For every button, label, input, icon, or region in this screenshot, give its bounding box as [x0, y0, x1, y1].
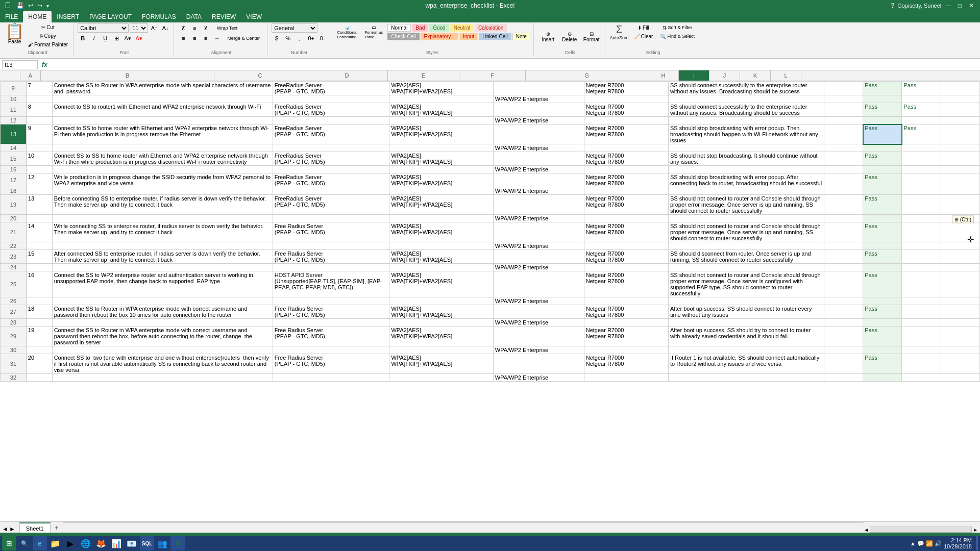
- cell-H[interactable]: [824, 250, 863, 264]
- cell-E[interactable]: WPA/WP2 Enterprise: [493, 319, 584, 327]
- taskbar-ie[interactable]: e: [33, 536, 47, 550]
- cell-A[interactable]: [26, 95, 52, 103]
- style-explanatory[interactable]: Explanatory...: [421, 33, 458, 40]
- cell-B[interactable]: [52, 319, 273, 327]
- cell-K[interactable]: [941, 374, 979, 382]
- cell-E[interactable]: WPA/WP2 Enterprise: [493, 117, 584, 124]
- font-name-select[interactable]: Calibri: [78, 23, 129, 33]
- cell-K[interactable]: [941, 117, 979, 124]
- cell-I[interactable]: Pass: [863, 82, 902, 95]
- cell-D[interactable]: WPA2[AES] WPA[TKIP]+WPA2[AES]: [389, 354, 493, 374]
- cell-C[interactable]: [273, 346, 389, 354]
- col-header-k[interactable]: K: [740, 70, 771, 81]
- cell-I[interactable]: Pass: [863, 250, 902, 264]
- cell-A[interactable]: [26, 319, 52, 327]
- cell-D[interactable]: WPA2[AES] WPA[TKIP]+WPA2[AES]: [389, 152, 493, 166]
- cell-F[interactable]: [584, 346, 668, 354]
- cell-B[interactable]: Connect the SS to Router in WPA enterpri…: [52, 305, 273, 319]
- cell-I[interactable]: Pass: [863, 152, 902, 166]
- cell-C[interactable]: [273, 117, 389, 124]
- paste-button[interactable]: 📋 Paste: [5, 23, 24, 44]
- horizontal-scroll-left[interactable]: ◄: [864, 527, 869, 533]
- cell-I[interactable]: [863, 319, 902, 327]
- sheet-table[interactable]: 97Connect the SS to Router in WPA enterp…: [0, 81, 980, 521]
- cell-G[interactable]: SS should stop broadcasting with error p…: [668, 124, 824, 144]
- cell-D[interactable]: WPA2[AES] WPA[TKIP]+WPA2[AES]: [389, 271, 493, 297]
- cell-G[interactable]: SS should not connect to router and Cons…: [668, 195, 824, 215]
- cell-I[interactable]: Pass: [863, 305, 902, 319]
- cell-C[interactable]: [273, 319, 389, 327]
- scroll-tabs-left[interactable]: ◄: [2, 525, 8, 533]
- cell-D[interactable]: [389, 264, 493, 271]
- decrease-font-btn[interactable]: A↓: [160, 23, 170, 33]
- tab-file[interactable]: FILE: [0, 11, 23, 22]
- cell-I[interactable]: [863, 117, 902, 124]
- cell-H[interactable]: [824, 264, 863, 271]
- cell-K[interactable]: [941, 152, 979, 166]
- style-good[interactable]: Good: [429, 24, 449, 32]
- cell-K[interactable]: [941, 124, 979, 144]
- cell-G[interactable]: SS should connect successfully to the en…: [668, 82, 824, 95]
- cell-F[interactable]: Netgear R7000 Netgear R7800: [584, 124, 668, 144]
- cell-H[interactable]: [824, 144, 863, 152]
- cell-D[interactable]: [389, 242, 493, 250]
- cell-B[interactable]: Connect to SS to router1 with Ethernet a…: [52, 103, 273, 117]
- delete-btn[interactable]: ⊖ Delete: [559, 23, 580, 50]
- cell-H[interactable]: [824, 374, 863, 382]
- cell-A[interactable]: [26, 346, 52, 354]
- cell-J[interactable]: [902, 152, 941, 166]
- cell-G[interactable]: [668, 166, 824, 173]
- cell-F[interactable]: Netgear R7000 Netgear R7800: [584, 195, 668, 215]
- taskbar-chrome[interactable]: 🌐: [79, 536, 93, 550]
- cell-C[interactable]: FreeRadius Server (PEAP - GTC, MD5): [273, 103, 389, 117]
- tab-review[interactable]: REVIEW: [207, 11, 241, 22]
- cell-A[interactable]: [26, 374, 52, 382]
- cell-G[interactable]: SS should disconnect from router. Once s…: [668, 250, 824, 264]
- col-header-i[interactable]: I: [679, 70, 709, 81]
- cell-F[interactable]: [584, 215, 668, 222]
- cell-B[interactable]: [52, 264, 273, 271]
- cell-B[interactable]: [52, 166, 273, 173]
- wrap-text-btn[interactable]: Wrap Text: [212, 23, 242, 33]
- cell-A[interactable]: [26, 215, 52, 222]
- cell-H[interactable]: [824, 354, 863, 374]
- cell-F[interactable]: [584, 117, 668, 124]
- cell-G[interactable]: [668, 242, 824, 250]
- cell-H[interactable]: [824, 166, 863, 173]
- col-header-j[interactable]: J: [709, 70, 740, 81]
- cell-J[interactable]: [902, 374, 941, 382]
- cell-F[interactable]: Netgear R7000 Netgear R7800: [584, 305, 668, 319]
- cell-D[interactable]: [389, 166, 493, 173]
- cell-H[interactable]: [824, 297, 863, 305]
- quick-save[interactable]: 💾: [16, 2, 24, 9]
- taskbar-firefox[interactable]: 🦊: [94, 536, 108, 550]
- show-desktop-btn[interactable]: [976, 536, 978, 550]
- fill-color-btn[interactable]: A▾: [122, 34, 133, 43]
- cell-F[interactable]: Netgear R7000 Netgear R7800: [584, 271, 668, 297]
- cell-K[interactable]: [941, 327, 979, 346]
- cell-J[interactable]: [902, 319, 941, 327]
- cell-E[interactable]: WPA/WP2 Enterprise: [493, 374, 584, 382]
- cell-J[interactable]: [902, 117, 941, 124]
- cell-A[interactable]: 14: [26, 222, 52, 242]
- cell-E[interactable]: [493, 250, 584, 264]
- cell-A[interactable]: [26, 242, 52, 250]
- cell-G[interactable]: [668, 264, 824, 271]
- cell-A[interactable]: [26, 166, 52, 173]
- taskbar-media[interactable]: ▶: [63, 536, 78, 550]
- cell-F[interactable]: [584, 166, 668, 173]
- cell-H[interactable]: [824, 187, 863, 195]
- cell-A[interactable]: 12: [26, 173, 52, 187]
- cell-H[interactable]: [824, 124, 863, 144]
- cell-E[interactable]: [493, 82, 584, 95]
- insert-btn[interactable]: ⊕ Insert: [538, 23, 558, 50]
- cell-I[interactable]: [863, 346, 902, 354]
- cell-F[interactable]: [584, 264, 668, 271]
- autosum-btn[interactable]: Σ AutoSum: [609, 23, 628, 40]
- cell-H[interactable]: [824, 305, 863, 319]
- cell-G[interactable]: SS should not connect to router and Cons…: [668, 222, 824, 242]
- cell-K[interactable]: [941, 264, 979, 271]
- cell-C[interactable]: [273, 95, 389, 103]
- cell-D[interactable]: [389, 297, 493, 305]
- cell-F[interactable]: [584, 242, 668, 250]
